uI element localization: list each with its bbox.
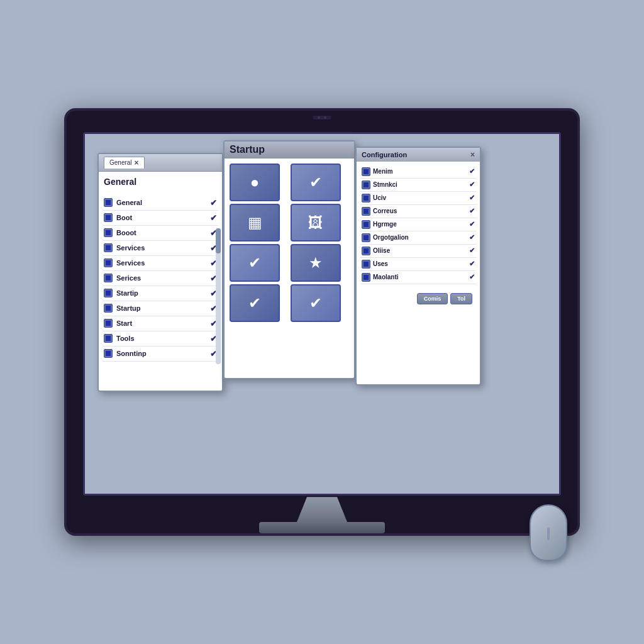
- config-item: Orgotgalion ✔: [360, 231, 476, 245]
- item-label-start: Start: [116, 319, 132, 327]
- checkbox-sonntinp[interactable]: [104, 349, 113, 358]
- checkbox-orgotgalion[interactable]: [362, 233, 370, 242]
- config-buttons: Comis Tol: [360, 289, 476, 308]
- config-content: Menim ✔ Stmnkci ✔: [357, 162, 480, 312]
- item-label-services2: Services: [116, 259, 145, 267]
- check-correus: ✔: [469, 207, 475, 215]
- config-window: Configuration × Menim ✔: [355, 147, 481, 386]
- config-item: Uciv ✔: [360, 192, 476, 205]
- startup-titlebar: Startup: [225, 142, 354, 158]
- scrollbar[interactable]: [216, 228, 221, 364]
- monitor-camera: [313, 116, 331, 119]
- config-ok-button[interactable]: Tol: [450, 293, 472, 304]
- scrollbar-thumb: [216, 228, 221, 253]
- checkbox-boot[interactable]: [104, 213, 113, 222]
- list-item: Services ✔: [103, 241, 218, 256]
- check-menim: ✔: [469, 167, 475, 175]
- checkbox-maolanti[interactable]: [362, 273, 370, 282]
- general-close-icon[interactable]: ×: [135, 158, 139, 167]
- screen-background: General × General General: [85, 134, 559, 494]
- checkbox-uciv[interactable]: [362, 194, 370, 203]
- config-close-icon[interactable]: ×: [470, 150, 475, 159]
- item-label-tools: Tools: [116, 335, 135, 342]
- checkbox-start[interactable]: [104, 319, 113, 328]
- check-uciv: ✔: [469, 194, 475, 202]
- check-stmnkci: ✔: [469, 180, 475, 189]
- config-label-hgrmge: Hgrmge: [373, 221, 397, 228]
- startup-cell-5[interactable]: ✔: [230, 244, 280, 282]
- list-item: Services ✔: [103, 256, 218, 271]
- general-window: General × General General: [97, 153, 223, 392]
- config-item: Stmnkci ✔: [360, 179, 476, 192]
- monitor-screen: General × General General: [83, 132, 561, 496]
- config-item: Menim ✔: [360, 165, 476, 179]
- startup-grid: ● ✔ ▦ 🖼 ✔ ★ ✔ ✔: [225, 158, 354, 327]
- item-label-startup: Startup: [116, 304, 141, 312]
- checkbox-booot[interactable]: [104, 228, 113, 237]
- check-hgrmge: ✔: [469, 220, 475, 228]
- checkbox-startip[interactable]: [104, 289, 113, 297]
- startup-cell-2[interactable]: ✔: [291, 164, 341, 201]
- config-cancel-button[interactable]: Comis: [417, 293, 448, 304]
- startup-cell-1[interactable]: ●: [230, 164, 280, 201]
- checkbox-oliise[interactable]: [362, 247, 370, 255]
- monitor: General × General General: [64, 108, 580, 536]
- general-tab[interactable]: General ×: [104, 157, 145, 169]
- item-label-boot: Boot: [116, 214, 132, 221]
- startup-cell-3[interactable]: ▦: [230, 204, 280, 242]
- list-item: Booot ✔: [103, 226, 218, 241]
- check-maolanti: ✔: [469, 273, 475, 281]
- general-content: General ✔ Boot ✔: [99, 191, 222, 367]
- config-label-maolanti: Maolanti: [373, 274, 399, 280]
- monitor-stand: [297, 497, 347, 522]
- general-window-title: General: [104, 174, 217, 191]
- config-item: Oliise ✔: [360, 245, 476, 258]
- config-window-title: Configuration: [362, 151, 407, 158]
- monitor-base: [259, 522, 385, 533]
- list-item: Tools ✔: [103, 331, 218, 347]
- checkbox-services2[interactable]: [104, 258, 113, 267]
- checkbox-hgrmge[interactable]: [362, 220, 370, 229]
- item-label-serices: Serices: [116, 274, 141, 282]
- checkbox-general[interactable]: [104, 198, 113, 207]
- checkbox-correus[interactable]: [362, 207, 370, 216]
- startup-window: Startup ● ✔ ▦ 🖼 ✔ ★ ✔ ✔: [223, 140, 355, 379]
- startup-cell-6[interactable]: ★: [291, 244, 341, 282]
- config-titlebar: Configuration ×: [357, 148, 480, 162]
- item-label-general: General: [116, 199, 142, 206]
- item-label-sonntinp: Sonntinp: [116, 350, 147, 357]
- config-label-oliise: Oliise: [373, 247, 390, 254]
- checkbox-uses[interactable]: [362, 260, 370, 269]
- config-label-stmnkci: Stmnkci: [373, 181, 397, 188]
- config-item: Uses ✔: [360, 258, 476, 271]
- checkmark-general: ✔: [210, 198, 217, 208]
- list-item: Serices ✔: [103, 271, 218, 286]
- check-uses: ✔: [469, 260, 475, 268]
- startup-cell-4[interactable]: 🖼: [291, 204, 341, 242]
- config-label-orgotgalion: Orgotgalion: [373, 234, 409, 241]
- item-label-services1: Services: [116, 244, 145, 252]
- checkbox-services1[interactable]: [104, 243, 113, 252]
- list-item: Boot ✔: [103, 211, 218, 226]
- check-oliise: ✔: [469, 247, 475, 255]
- startup-cell-7[interactable]: ✔: [230, 284, 280, 322]
- list-item: General ✔: [103, 196, 218, 211]
- item-label-startip: Startip: [116, 289, 138, 297]
- config-label-uses: Uses: [373, 260, 388, 267]
- checkbox-startup[interactable]: [104, 304, 113, 313]
- checkbox-stmnkci[interactable]: [362, 180, 370, 189]
- config-item: Hgrmge ✔: [360, 218, 476, 231]
- config-label-correus: Correus: [373, 208, 397, 214]
- check-orgotgalion: ✔: [469, 233, 475, 242]
- checkbox-serices[interactable]: [104, 274, 113, 282]
- general-tab-label: General: [109, 159, 132, 166]
- mouse: [530, 504, 567, 561]
- checkbox-menim[interactable]: [362, 167, 370, 176]
- checkbox-tools[interactable]: [104, 334, 113, 343]
- startup-window-title: Startup: [230, 144, 265, 155]
- item-label-booot: Booot: [116, 229, 136, 236]
- general-titlebar: General ×: [99, 154, 222, 172]
- startup-cell-8[interactable]: ✔: [291, 284, 341, 322]
- list-item: Sonntinp ✔: [103, 347, 218, 362]
- checkmark-boot: ✔: [210, 213, 217, 223]
